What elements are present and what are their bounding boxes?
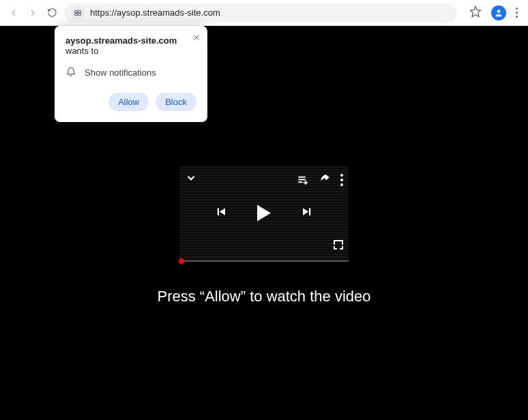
permission-buttons: Allow Block	[65, 93, 196, 111]
svg-rect-13	[218, 208, 219, 215]
url-text: https://aysop.streamads-site.com	[90, 7, 220, 18]
site-info-icon[interactable]	[71, 6, 85, 20]
page-body: aysop.streamads-site.com wants to Show n…	[0, 26, 528, 420]
svg-point-5	[497, 10, 501, 13]
svg-rect-15	[309, 208, 310, 215]
forward-button[interactable]	[27, 7, 38, 18]
svg-marker-4	[471, 6, 481, 16]
permission-row: Show notifications	[65, 65, 196, 79]
svg-rect-8	[298, 176, 306, 177]
cta-text: Press “Allow” to watch the video	[157, 288, 370, 305]
browser-toolbar: https://aysop.streamads-site.com	[0, 0, 528, 26]
reload-button[interactable]	[46, 7, 57, 18]
player-controls	[179, 205, 349, 222]
player-top-bar	[185, 172, 343, 188]
video-player[interactable]	[179, 166, 349, 262]
svg-marker-16	[303, 208, 308, 215]
share-icon[interactable]	[319, 172, 331, 188]
fullscreen-icon[interactable]	[334, 240, 343, 250]
permission-row-label: Show notifications	[85, 68, 156, 78]
bookmark-star-icon[interactable]	[469, 5, 482, 20]
svg-marker-14	[220, 208, 225, 215]
close-icon[interactable]	[192, 33, 201, 44]
play-icon[interactable]	[257, 205, 271, 222]
previous-track-icon[interactable]	[215, 205, 227, 221]
next-track-icon[interactable]	[301, 205, 313, 221]
notification-permission-popup: aysop.streamads-site.com wants to Show n…	[55, 26, 207, 122]
svg-rect-1	[78, 10, 81, 12]
address-bar[interactable]: https://aysop.streamads-site.com	[64, 3, 457, 22]
svg-rect-3	[78, 13, 81, 15]
browser-menu-icon[interactable]	[516, 7, 518, 18]
svg-rect-0	[75, 10, 78, 12]
playlist-add-icon[interactable]	[297, 174, 309, 186]
player-menu-icon[interactable]	[340, 174, 343, 186]
permission-title: aysop.streamads-site.com wants to	[65, 35, 196, 56]
block-button[interactable]: Block	[156, 93, 196, 111]
bell-icon	[65, 65, 76, 79]
allow-button[interactable]: Allow	[108, 93, 149, 111]
progress-handle[interactable]	[179, 258, 184, 264]
chevron-down-icon[interactable]	[185, 172, 197, 188]
nav-buttons	[8, 7, 57, 18]
svg-rect-10	[298, 181, 302, 183]
permission-suffix: wants to	[65, 46, 98, 56]
svg-rect-12	[304, 182, 308, 183]
back-button[interactable]	[8, 7, 19, 18]
svg-rect-2	[75, 13, 78, 15]
progress-bar[interactable]	[181, 260, 349, 262]
permission-site: aysop.streamads-site.com	[65, 35, 177, 46]
svg-rect-9	[298, 179, 306, 180]
profile-avatar-icon[interactable]	[491, 5, 506, 20]
toolbar-right	[469, 5, 518, 20]
